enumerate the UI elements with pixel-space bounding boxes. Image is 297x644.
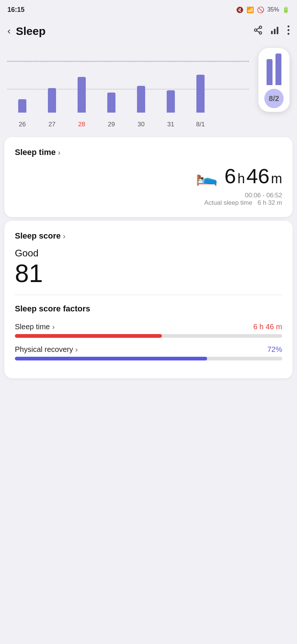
progress-bar-sleep-time-bg — [15, 334, 282, 338]
x-label-4: 30 — [126, 121, 156, 128]
sleep-actual: Actual sleep time 6 h 32 m — [15, 199, 282, 207]
nav-left: ‹ Sleep — [6, 24, 46, 38]
factor-value-physical-recovery: 72% — [267, 345, 282, 354]
svg-point-8 — [288, 25, 290, 27]
score-label: Good — [15, 247, 282, 259]
stats-icon[interactable] — [270, 25, 280, 37]
bar-slot-7 — [215, 68, 245, 113]
divider — [15, 295, 282, 295]
score-number: 81 — [15, 260, 282, 286]
svg-line-4 — [257, 28, 259, 29]
chart-bar-5 — [167, 90, 175, 113]
x-label-1: 27 — [37, 121, 67, 128]
x-label-0: 26 — [7, 121, 37, 128]
factor-header-physical-recovery: Physical recovery › 72% — [15, 345, 282, 354]
svg-rect-5 — [271, 31, 272, 34]
sleep-time-chevron[interactable]: › — [58, 148, 61, 157]
factor-name-physical-recovery[interactable]: Physical recovery › — [15, 345, 78, 354]
x-label-6: 8/1 — [186, 121, 215, 128]
nav-right — [253, 25, 290, 37]
progress-bar-physical-recovery-fill — [15, 357, 207, 360]
chart-bar-6 — [196, 75, 205, 113]
chart-tooltip: 8/2 — [258, 48, 290, 112]
top-nav: ‹ Sleep — [0, 18, 297, 44]
chart-bar-2 — [78, 77, 86, 113]
page-title: Sleep — [16, 25, 46, 38]
factor-row-physical-recovery: Physical recovery › 72% — [15, 345, 282, 360]
progress-bar-sleep-time-fill — [15, 334, 162, 338]
mute-icon: 🔇 — [236, 6, 244, 13]
x-label-5: 31 — [156, 121, 186, 128]
sleep-minutes: 46 — [247, 164, 270, 188]
chart-bar-1 — [48, 88, 56, 113]
chart-bar-0 — [18, 99, 26, 113]
svg-line-3 — [257, 30, 259, 32]
factor-chevron-physical-recovery[interactable]: › — [75, 345, 78, 354]
tooltip-bar-2 — [275, 54, 281, 85]
chart-dotted-top — [7, 61, 249, 62]
hours-unit: h — [238, 171, 245, 187]
tooltip-date[interactable]: 8/2 — [264, 89, 284, 108]
bar-slot-4 — [126, 68, 156, 113]
status-bar: 16:15 🔇 📶 🚫 35% 🔋 — [0, 0, 297, 18]
svg-point-10 — [288, 33, 290, 35]
sleep-time-title-row: Sleep time › — [15, 148, 282, 157]
x-label-7 — [215, 121, 245, 128]
minutes-unit: m — [271, 171, 282, 187]
more-icon[interactable] — [287, 25, 290, 37]
bar-slot-2 — [67, 68, 97, 113]
bar-slot-0 — [7, 68, 37, 113]
sleep-time-title[interactable]: Sleep time — [15, 148, 56, 157]
sleep-icon: 🛌 — [196, 166, 218, 187]
battery-text: 35% — [267, 6, 279, 13]
sleep-score-title-row: Sleep score › — [15, 231, 282, 241]
sleep-score-chevron[interactable]: › — [63, 232, 66, 240]
status-right: 🔇 📶 🚫 35% 🔋 — [236, 6, 290, 13]
chart-x-labels: 26 27 28 29 30 31 8/1 — [7, 121, 245, 128]
sleep-hours: 6 — [225, 164, 236, 188]
factor-header-sleep-time: Sleep time › 6 h 46 m — [15, 323, 282, 331]
wifi-icon: 📶 — [247, 6, 254, 13]
factor-name-sleep-time[interactable]: Sleep time › — [15, 323, 55, 331]
chart-bar-4 — [137, 86, 145, 113]
sleep-duration: 6 h 46 m — [225, 164, 282, 188]
chart-area: 8 h 26 27 28 29 30 — [0, 44, 297, 133]
factors-title: Sleep score factors — [15, 304, 282, 314]
chart-bar-3 — [107, 93, 115, 113]
bar-slot-6 — [186, 68, 215, 113]
battery-icon: 🔋 — [282, 6, 290, 13]
sleep-details: 00:06 - 06:52 Actual sleep time 6 h 32 m — [15, 192, 282, 207]
factor-chevron-sleep-time[interactable]: › — [52, 323, 55, 331]
sleep-time-display: 🛌 6 h 46 m — [15, 164, 282, 188]
factor-label-physical-recovery: Physical recovery — [15, 345, 73, 354]
bar-slot-3 — [97, 68, 126, 113]
x-label-2: 28 — [67, 121, 97, 128]
svg-rect-6 — [274, 29, 275, 34]
x-label-3: 29 — [97, 121, 126, 128]
svg-point-9 — [288, 29, 290, 31]
factor-row-sleep-time: Sleep time › 6 h 46 m — [15, 323, 282, 338]
factor-value-sleep-time: 6 h 46 m — [253, 323, 282, 331]
sleep-actual-value: 6 h 32 m — [258, 199, 282, 206]
chart-bars — [7, 68, 245, 113]
svg-rect-7 — [277, 27, 278, 34]
sleep-score-title[interactable]: Sleep score — [15, 231, 61, 241]
sleep-score-card: Sleep score › Good 81 Sleep score factor… — [4, 221, 293, 378]
sleep-actual-label: Actual sleep time — [204, 199, 252, 206]
tooltip-bar-1 — [267, 59, 272, 85]
progress-bar-physical-recovery-bg — [15, 357, 282, 360]
sleep-time-range: 00:06 - 06:52 — [15, 192, 282, 199]
signal-blocked-icon: 🚫 — [257, 6, 264, 13]
bar-slot-5 — [156, 68, 186, 113]
tooltip-bars — [267, 52, 281, 85]
bar-slot-1 — [37, 68, 67, 113]
share-icon[interactable] — [253, 25, 263, 37]
sleep-time-card: Sleep time › 🛌 6 h 46 m 00:06 - 06:52 Ac… — [4, 137, 293, 217]
back-button[interactable]: ‹ — [6, 24, 12, 38]
status-time: 16:15 — [7, 6, 25, 14]
factor-label-sleep-time: Sleep time — [15, 323, 50, 331]
